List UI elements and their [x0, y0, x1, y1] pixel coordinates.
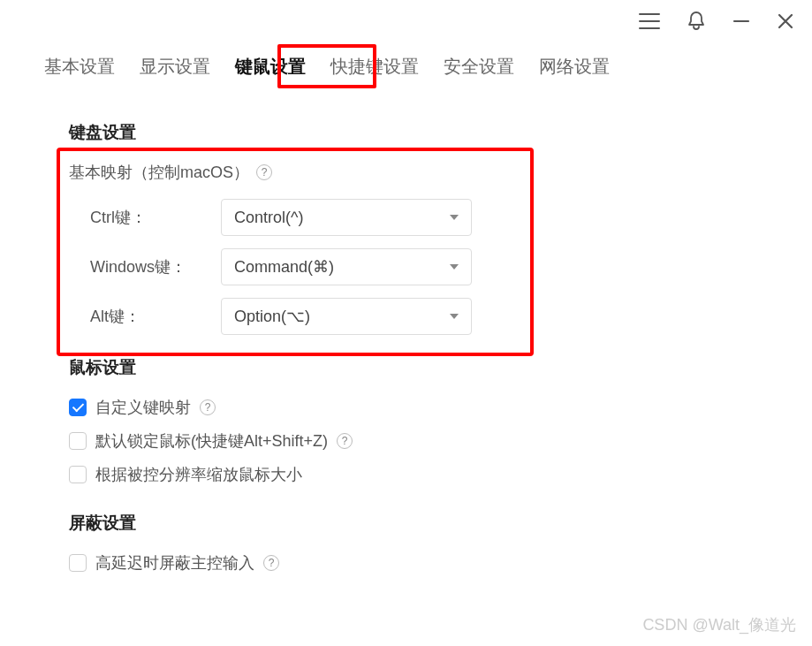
alt-select[interactable]: Option(⌥)	[221, 298, 472, 335]
watermark: CSDN @Walt_像道光	[642, 614, 796, 635]
mapping-title-text: 基本映射（控制macOS）	[69, 162, 249, 183]
tab-network[interactable]: 网络设置	[539, 55, 610, 79]
tabs-bar: 基本设置 显示设置 键鼠设置 快捷键设置 安全设置 网络设置	[0, 42, 812, 95]
hamburger-icon[interactable]	[639, 12, 660, 30]
win-label: Windows键：	[90, 256, 221, 277]
lock-mouse-label: 默认锁定鼠标(快捷键Alt+Shift+Z)	[95, 430, 328, 452]
alt-label: Alt键：	[90, 306, 221, 327]
custom-map-label: 自定义键映射	[95, 397, 191, 418]
close-icon[interactable]	[777, 12, 794, 30]
chevron-down-icon	[450, 215, 459, 220]
win-select[interactable]: Command(⌘)	[221, 248, 472, 285]
ctrl-select-value: Control(^)	[234, 209, 303, 227]
high-latency-checkbox[interactable]	[69, 554, 87, 572]
mouse-section-title: 鼠标设置	[69, 356, 743, 379]
ctrl-select[interactable]: Control(^)	[221, 199, 472, 236]
scale-cursor-label: 根据被控分辨率缩放鼠标大小	[95, 464, 302, 485]
minimize-icon[interactable]	[732, 12, 750, 30]
help-icon[interactable]: ?	[263, 555, 279, 571]
keyboard-section-title: 键盘设置	[69, 121, 743, 144]
tab-security[interactable]: 安全设置	[444, 55, 514, 79]
help-icon[interactable]: ?	[200, 399, 216, 415]
bell-icon[interactable]	[687, 11, 706, 32]
tab-shortcut[interactable]: 快捷键设置	[330, 55, 419, 79]
high-latency-label: 高延迟时屏蔽主控输入	[95, 552, 254, 574]
tab-display[interactable]: 显示设置	[140, 55, 210, 79]
tab-km[interactable]: 键鼠设置	[235, 55, 306, 79]
win-select-value: Command(⌘)	[234, 257, 334, 277]
ctrl-label: Ctrl键：	[90, 207, 221, 228]
chevron-down-icon	[450, 314, 459, 319]
help-icon[interactable]: ?	[256, 164, 272, 180]
help-icon[interactable]: ?	[337, 433, 353, 449]
alt-select-value: Option(⌥)	[234, 307, 310, 326]
lock-mouse-checkbox[interactable]	[69, 432, 87, 450]
custom-map-checkbox[interactable]	[69, 399, 87, 416]
tab-basic[interactable]: 基本设置	[44, 55, 115, 79]
scale-cursor-checkbox[interactable]	[69, 466, 87, 483]
shield-section-title: 屏蔽设置	[69, 512, 743, 535]
mapping-subheading: 基本映射（控制macOS） ?	[69, 162, 743, 183]
chevron-down-icon	[450, 264, 459, 270]
